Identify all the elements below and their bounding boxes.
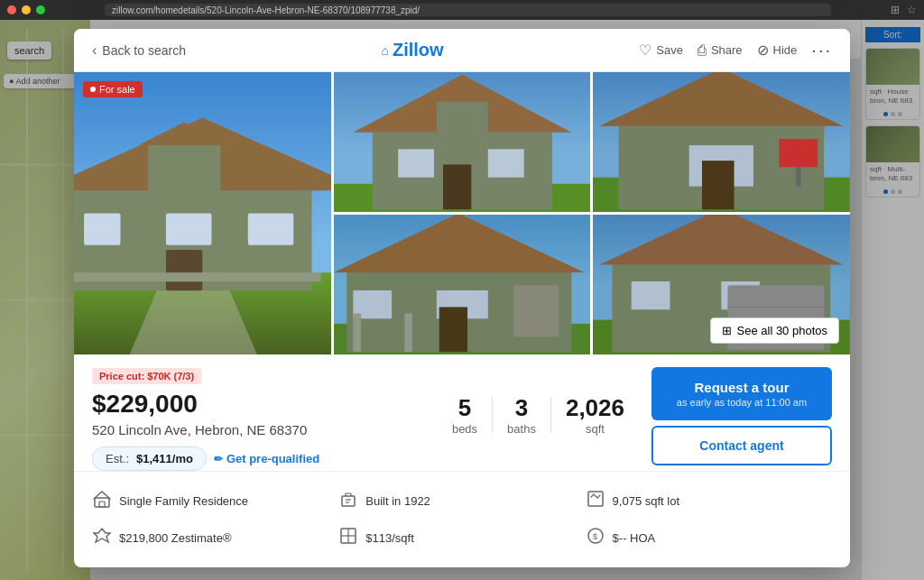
detail-type-text: Single Family Residence xyxy=(119,494,248,508)
svg-rect-12 xyxy=(166,214,211,245)
svg-rect-33 xyxy=(702,161,735,209)
back-label: Back to search xyxy=(102,43,186,58)
photo-grid: For sale xyxy=(74,72,850,354)
modal-overlay: ‹ Back to search ⌂ Zillow ♡ Save ⎙ Share… xyxy=(0,20,924,580)
payment-row: Est.: $1,411/mo ✏ Get pre-qualified xyxy=(92,447,425,471)
save-button[interactable]: ♡ Save xyxy=(639,41,683,59)
lot-icon xyxy=(586,490,605,512)
detail-zestimate: $219,800 Zestimate® xyxy=(92,520,338,557)
est-payment: Est.: $1,411/mo xyxy=(92,447,207,471)
get-prequalified-button[interactable]: ✏ Get pre-qualified xyxy=(214,452,319,465)
price-sqft-icon xyxy=(338,527,358,549)
request-tour-button[interactable]: Request a tour as early as today at 11:0… xyxy=(651,367,832,420)
sqft-label: sqft xyxy=(566,422,624,436)
baths-value: 3 xyxy=(507,394,536,422)
property-stats: 5 beds 3 baths 2,026 sqft xyxy=(452,367,624,436)
more-options-button[interactable]: ··· xyxy=(811,40,832,60)
address-bar[interactable]: zillow.com/homedetails/520-Lincoln-Ave-H… xyxy=(105,4,831,16)
for-sale-dot xyxy=(90,87,96,92)
hoa-icon: $ xyxy=(586,527,605,549)
svg-rect-13 xyxy=(248,214,293,245)
main-photo[interactable]: For sale xyxy=(74,72,331,354)
modal-zillow-logo: ⌂ Zillow xyxy=(382,40,444,60)
property-details-grid: Single Family Residence Built in 1922 9,… xyxy=(74,471,850,567)
svg-rect-11 xyxy=(84,214,120,245)
detail-pricepsqft: $113/sqft xyxy=(338,520,585,557)
svg-rect-45 xyxy=(404,314,412,353)
svg-rect-26 xyxy=(487,149,523,177)
contact-panel: Request a tour as early as today at 11:0… xyxy=(651,367,832,465)
grid-icon: ⊞ xyxy=(722,324,732,337)
share-button[interactable]: ⎙ Share xyxy=(698,42,743,59)
back-arrow-icon: ‹ xyxy=(92,42,97,59)
svg-rect-14 xyxy=(166,250,202,290)
browser-expand-dot xyxy=(36,5,45,14)
browser-close-dot xyxy=(7,5,16,14)
listing-details-left: Price cut: $70K (7/3) $229,000 520 Linco… xyxy=(92,367,425,471)
stat-divider-2 xyxy=(550,397,551,433)
detail-built-text: Built in 1922 xyxy=(365,494,430,508)
svg-rect-56 xyxy=(99,502,105,507)
contact-agent-button[interactable]: Contact agent xyxy=(651,426,832,465)
svg-rect-55 xyxy=(95,498,109,507)
home-type-icon xyxy=(92,490,112,512)
heart-icon: ♡ xyxy=(639,41,651,59)
beds-stat: 5 beds xyxy=(452,394,477,436)
listing-info-section: Price cut: $70K (7/3) $229,000 520 Linco… xyxy=(74,354,850,471)
back-to-search-button[interactable]: ‹ Back to search xyxy=(92,42,186,59)
sqft-value: 2,026 xyxy=(566,394,624,422)
photo-5[interactable]: ⊞ See all 30 photos xyxy=(593,215,850,354)
beds-label: beds xyxy=(452,422,477,436)
price-cut-badge: Price cut: $70K (7/3) xyxy=(92,368,201,384)
browser-toolbar-icons: ⊞ ☆ xyxy=(891,4,917,16)
svg-rect-25 xyxy=(398,149,434,177)
sqft-stat: 2,026 sqft xyxy=(566,394,624,436)
for-sale-badge: For sale xyxy=(83,81,143,97)
baths-stat: 3 baths xyxy=(507,394,536,436)
pencil-icon: ✏ xyxy=(214,453,223,465)
modal-logo-icon: ⌂ xyxy=(382,43,389,58)
svg-rect-50 xyxy=(632,281,670,309)
detail-lot-text: 9,075 sqft lot xyxy=(613,494,679,508)
hide-button[interactable]: ⊘ Hide xyxy=(757,41,798,59)
svg-rect-44 xyxy=(353,314,361,353)
svg-text:$: $ xyxy=(593,532,597,541)
detail-hoa: $ $-- HOA xyxy=(586,520,832,557)
listing-modal: ‹ Back to search ⌂ Zillow ♡ Save ⎙ Share… xyxy=(74,29,850,567)
photo-2[interactable] xyxy=(334,72,591,212)
photo-4[interactable] xyxy=(334,215,591,354)
modal-header: ‹ Back to search ⌂ Zillow ♡ Save ⎙ Share… xyxy=(74,29,850,72)
see-all-photos-button[interactable]: ⊞ See all 30 photos xyxy=(710,318,839,344)
built-icon xyxy=(338,490,358,512)
listing-price: $229,000 xyxy=(92,390,425,419)
browser-minimize-dot xyxy=(22,5,31,14)
stat-divider-1 xyxy=(492,397,493,433)
detail-built: Built in 1922 xyxy=(338,483,585,520)
svg-rect-42 xyxy=(439,307,467,352)
browser-chrome: zillow.com/homedetails/520-Lincoln-Ave-H… xyxy=(0,0,924,20)
hide-icon: ⊘ xyxy=(757,41,769,59)
svg-rect-43 xyxy=(513,285,559,336)
listing-address: 520 Lincoln Ave, Hebron, NE 68370 xyxy=(92,422,425,437)
detail-hoa-text: $-- HOA xyxy=(613,531,656,545)
detail-pricepsqft-text: $113/sqft xyxy=(365,531,414,545)
est-amount: $1,411/mo xyxy=(136,452,193,465)
est-label: Est.: xyxy=(106,452,129,465)
detail-type: Single Family Residence xyxy=(92,483,338,520)
svg-rect-34 xyxy=(780,139,818,167)
svg-rect-27 xyxy=(443,164,471,209)
photo-3[interactable] xyxy=(593,72,850,212)
svg-rect-9 xyxy=(148,145,221,190)
detail-lot: 9,075 sqft lot xyxy=(586,483,832,520)
extension-icon: ⊞ xyxy=(891,4,900,16)
svg-rect-60 xyxy=(588,492,603,506)
modal-action-buttons: ♡ Save ⎙ Share ⊘ Hide ··· xyxy=(639,40,832,60)
svg-marker-61 xyxy=(94,529,110,542)
svg-rect-57 xyxy=(342,496,355,506)
baths-label: baths xyxy=(507,422,536,436)
svg-rect-15 xyxy=(74,272,321,281)
star-icon: ☆ xyxy=(907,4,917,16)
svg-rect-23 xyxy=(437,100,488,136)
detail-zestimate-text: $219,800 Zestimate® xyxy=(119,531,231,545)
tour-subtitle: as early as today at 11:00 am xyxy=(670,397,814,408)
